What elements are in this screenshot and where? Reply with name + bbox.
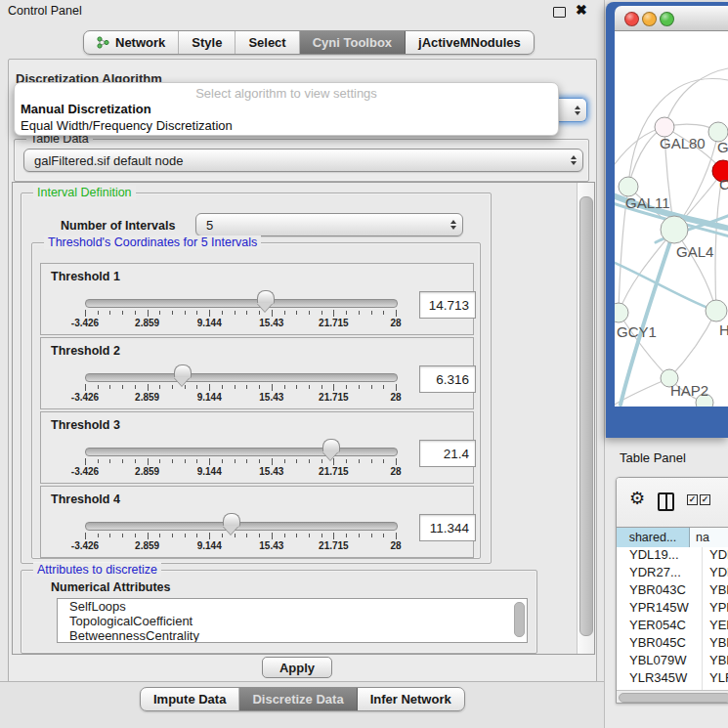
tab-style[interactable]: Style bbox=[179, 31, 236, 54]
cell-name: YPR1 bbox=[703, 600, 728, 618]
slider-tick bbox=[159, 311, 160, 315]
slider-tick bbox=[346, 534, 347, 537]
tab-select[interactable]: Select bbox=[236, 31, 299, 54]
slider-tick bbox=[196, 311, 197, 315]
table-row[interactable]: YBR045CYBR0 bbox=[617, 635, 728, 653]
threshold-label: Threshold 4 bbox=[51, 492, 120, 506]
slider-tick bbox=[359, 385, 360, 389]
slider-track[interactable] bbox=[85, 373, 398, 382]
network-node-GCY1[interactable] bbox=[615, 303, 628, 322]
minimize-traffic-light[interactable] bbox=[642, 12, 657, 26]
slider-tick-label: 28 bbox=[366, 392, 425, 403]
algorithm-combo-fragment[interactable] bbox=[559, 98, 587, 122]
table-row[interactable]: YER054CYER0 bbox=[617, 618, 728, 635]
network-node-H[interactable] bbox=[706, 300, 727, 321]
close-icon[interactable]: ✖ bbox=[576, 2, 587, 18]
threshold-panel: Threshold 2-3.4262.8599.14415.4321.71528… bbox=[40, 337, 474, 409]
tab-impute-data[interactable]: Impute Data bbox=[141, 688, 239, 710]
float-window-icon[interactable] bbox=[553, 7, 566, 18]
table-panel-title: Table Panel bbox=[620, 450, 686, 465]
horizontal-scrollbar-thumb[interactable] bbox=[619, 693, 728, 703]
slider-tick-label: -3.426 bbox=[56, 392, 114, 403]
table-data-group: Table Data galFiltered.sif default node bbox=[14, 139, 589, 182]
slider-tick-label: 9.144 bbox=[180, 540, 238, 551]
slider-tick bbox=[396, 384, 397, 391]
column-header-name[interactable]: na bbox=[690, 528, 728, 547]
slider-tick bbox=[85, 310, 86, 317]
attribute-list-item[interactable]: TopologicalCoefficient bbox=[58, 614, 527, 628]
apply-button[interactable]: Apply bbox=[262, 657, 332, 678]
slider-tick bbox=[359, 534, 360, 537]
gear-icon[interactable]: ⚙ bbox=[629, 490, 645, 507]
tab-jactivemnodules[interactable]: jActiveMNodules bbox=[406, 31, 534, 54]
table-data-combo[interactable]: galFiltered.sif default node bbox=[23, 149, 583, 172]
table-row[interactable]: YBR043CYBR0 bbox=[617, 582, 728, 600]
slider-track[interactable] bbox=[85, 299, 398, 308]
slider-tick bbox=[383, 534, 384, 537]
table-row[interactable]: YLR345WYLR3 bbox=[617, 670, 728, 688]
slider-track[interactable] bbox=[85, 448, 398, 456]
slider-track[interactable] bbox=[85, 522, 398, 531]
tab-network[interactable]: Network bbox=[84, 31, 179, 54]
slider-tick-label: 9.144 bbox=[180, 318, 238, 328]
network-node-GAL80[interactable] bbox=[655, 117, 674, 137]
slider-tick bbox=[272, 384, 273, 391]
table-row[interactable]: YDL19...YDL1 bbox=[617, 547, 728, 565]
horizontal-scrollbar[interactable] bbox=[617, 690, 728, 703]
slider-tick bbox=[109, 534, 110, 537]
vertical-scrollbar[interactable] bbox=[577, 183, 594, 654]
algorithm-placeholder: Select algorithm to view settings bbox=[15, 83, 558, 101]
slider-thumb[interactable] bbox=[174, 364, 192, 378]
slider-tick bbox=[109, 385, 110, 389]
slider-tick bbox=[135, 311, 136, 315]
slider-tick bbox=[185, 459, 186, 463]
table-row[interactable]: YPR145WYPR1 bbox=[617, 600, 728, 618]
column-header-shared-name[interactable]: shared... bbox=[617, 528, 690, 547]
close-traffic-light[interactable] bbox=[624, 12, 639, 26]
slider-thumb[interactable] bbox=[322, 439, 340, 452]
table-panel-window: ⚙ ✓ ✓ shared... na YDL19...YDL1YDR27...Y… bbox=[616, 477, 728, 704]
slider-thumb[interactable] bbox=[223, 513, 240, 527]
threshold-value-field[interactable]: 14.713 bbox=[419, 291, 476, 319]
threshold-value-field[interactable]: 6.316 bbox=[419, 365, 476, 393]
vertical-scrollbar-thumb[interactable] bbox=[579, 196, 593, 636]
slider-thumb[interactable] bbox=[257, 290, 275, 304]
popup-item-equal-width-frequency[interactable]: Equal Width/Frequency Discretization bbox=[15, 117, 558, 134]
table-row[interactable]: YDR27...YDR2 bbox=[617, 565, 728, 582]
list-scrollbar-thumb[interactable] bbox=[514, 602, 525, 637]
network-edge[interactable] bbox=[619, 230, 674, 313]
tab-infer-network[interactable]: Infer Network bbox=[358, 688, 464, 710]
columns-icon[interactable] bbox=[658, 492, 674, 511]
slider-tick bbox=[284, 311, 285, 315]
tab-cyni-toolbox[interactable]: Cyni Toolbox bbox=[300, 31, 406, 54]
network-canvas[interactable]: GAL80GCGAL11GAL4GCY1HHAP2 bbox=[615, 31, 728, 407]
slider-tick bbox=[222, 459, 223, 463]
network-window-titlebar[interactable] bbox=[615, 6, 728, 31]
numerical-attributes-label: Numerical Attributes bbox=[51, 580, 170, 594]
slider-tick bbox=[359, 311, 360, 315]
slider-tick bbox=[359, 459, 360, 463]
popup-item-manual-discretization[interactable]: Manual Discretization bbox=[15, 101, 558, 117]
table-row[interactable]: YBL079WYBL0 bbox=[617, 653, 728, 670]
zoom-traffic-light[interactable] bbox=[660, 12, 674, 26]
threshold-value-field[interactable]: 21.4 bbox=[419, 440, 476, 467]
slider-tick bbox=[196, 459, 197, 463]
checkbox-icon[interactable]: ✓ bbox=[687, 494, 698, 505]
threshold-value-field[interactable]: 11.344 bbox=[419, 514, 476, 541]
number-of-intervals-combo[interactable]: 5 bbox=[195, 213, 463, 236]
checkbox-icon[interactable]: ✓ bbox=[700, 494, 710, 505]
network-node-GAL11[interactable] bbox=[619, 177, 638, 196]
network-edge[interactable] bbox=[669, 311, 716, 378]
threshold-label: Threshold 2 bbox=[51, 344, 120, 358]
cell-shared-name: YBL079W bbox=[617, 653, 703, 670]
slider-tick bbox=[259, 459, 260, 463]
network-edge[interactable] bbox=[615, 262, 716, 311]
slider-tick bbox=[246, 311, 247, 315]
attribute-list-item[interactable]: BetweennessCentrality bbox=[58, 628, 527, 643]
cell-shared-name: YPR145W bbox=[617, 600, 703, 618]
network-edge[interactable] bbox=[664, 68, 728, 127]
tab-discretize-data[interactable]: Discretize Data bbox=[239, 688, 357, 710]
network-node-GAL4[interactable] bbox=[661, 216, 688, 243]
attribute-list-item[interactable]: SelfLoops bbox=[58, 599, 527, 614]
slider-tick bbox=[185, 534, 186, 537]
